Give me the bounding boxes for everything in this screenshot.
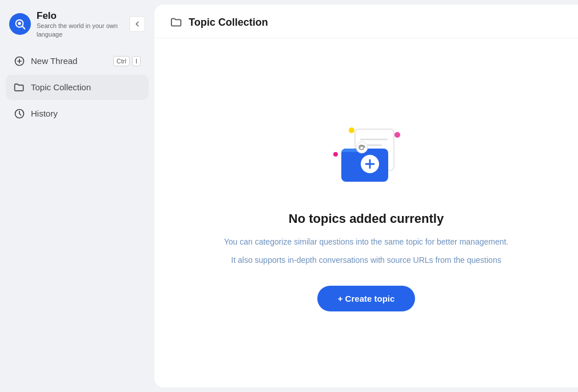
sidebar-item-topic-collection[interactable]: Topic Collection xyxy=(6,75,149,100)
create-topic-button[interactable]: + Create topic xyxy=(317,286,416,311)
svg-line-1 xyxy=(22,27,25,29)
shortcut-ctrl: Ctrl xyxy=(113,56,130,66)
topic-collection-icon xyxy=(14,82,25,93)
app-logo xyxy=(9,13,31,35)
app-tagline: Search the world in your own language xyxy=(37,22,129,38)
svg-point-2 xyxy=(18,22,21,26)
sidebar-header: Felo Search the world in your own langua… xyxy=(0,0,154,46)
new-thread-shortcuts: Ctrl I xyxy=(113,56,141,66)
empty-state-desc2: It also supports in-depth conversations … xyxy=(231,254,501,266)
empty-state-desc1: You can categorize similar questions int… xyxy=(224,235,509,248)
shortcut-key: I xyxy=(132,56,141,66)
sidebar-item-label-topic-collection: Topic Collection xyxy=(31,82,91,92)
empty-illustration xyxy=(326,114,406,194)
sidebar-item-history[interactable]: History xyxy=(6,101,149,126)
page-title: Topic Collection xyxy=(189,17,268,29)
svg-point-9 xyxy=(394,132,400,138)
sidebar: Felo Search the world in your own langua… xyxy=(0,0,154,392)
sidebar-item-label-new-thread: New Thread xyxy=(31,56,77,66)
main-body: No topics added currently You can catego… xyxy=(154,38,578,387)
collapse-sidebar-button[interactable] xyxy=(129,16,145,32)
history-icon xyxy=(14,108,25,119)
sidebar-nav: New Thread Ctrl I Topic Collection xyxy=(0,46,154,129)
header-folder-icon xyxy=(170,16,183,29)
svg-point-7 xyxy=(349,127,354,133)
logo-area: Felo Search the world in your own langua… xyxy=(9,10,129,38)
empty-state-title: No topics added currently xyxy=(289,211,444,226)
app-name: Felo xyxy=(37,10,129,22)
new-thread-icon xyxy=(14,55,25,67)
create-topic-label: + Create topic xyxy=(338,294,395,303)
svg-point-14 xyxy=(356,142,368,153)
svg-point-8 xyxy=(333,152,338,157)
main-header: Topic Collection xyxy=(154,5,578,38)
sidebar-item-new-thread[interactable]: New Thread Ctrl I xyxy=(6,49,149,74)
sidebar-item-label-history: History xyxy=(31,109,58,118)
main-content: Topic Collection xyxy=(154,5,578,387)
app-name-area: Felo Search the world in your own langua… xyxy=(37,10,129,38)
